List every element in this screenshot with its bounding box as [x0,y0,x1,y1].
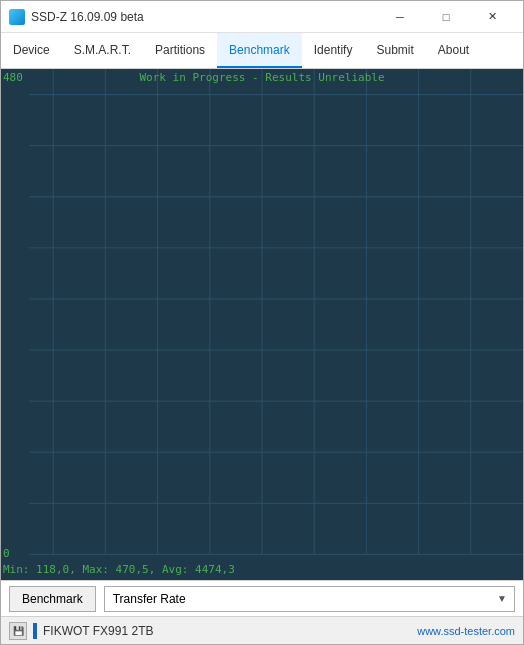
menu-item-partitions[interactable]: Partitions [143,33,217,68]
transfer-type-select[interactable]: Transfer Rate Random Read Random Write [104,586,515,612]
status-icon: 💾 [9,622,27,640]
chart-stats: Min: 118,0, Max: 470,5, Avg: 4474,3 [3,563,235,576]
main-content: 480 Work in Progress - Results Unreliabl… [1,69,523,580]
website-label: www.ssd-tester.com [417,625,515,637]
menu-item-submit[interactable]: Submit [364,33,425,68]
title-bar: SSD-Z 16.09.09 beta ─ □ ✕ [1,1,523,33]
menu-bar: Device S.M.A.R.T. Partitions Benchmark I… [1,33,523,69]
window-controls: ─ □ ✕ [377,1,515,33]
bottom-bar: Benchmark Transfer Rate Random Read Rand… [1,580,523,616]
menu-item-device[interactable]: Device [1,33,62,68]
chart-y-max-label: 480 [3,71,23,84]
chart-y-min-label: 0 [3,547,10,560]
status-bar: 💾 FIKWOT FX991 2TB www.ssd-tester.com [1,616,523,644]
chart-area: 480 Work in Progress - Results Unreliabl… [1,69,523,580]
menu-item-about[interactable]: About [426,33,481,68]
menu-item-identify[interactable]: Identify [302,33,365,68]
drive-name: FIKWOT FX991 2TB [43,624,411,638]
close-button[interactable]: ✕ [469,1,515,33]
minimize-button[interactable]: ─ [377,1,423,33]
maximize-button[interactable]: □ [423,1,469,33]
dropdown-wrapper: Transfer Rate Random Read Random Write ▼ [104,586,515,612]
app-icon [9,9,25,25]
drive-indicator [33,623,37,639]
main-window: SSD-Z 16.09.09 beta ─ □ ✕ Device S.M.A.R… [0,0,524,645]
menu-item-benchmark[interactable]: Benchmark [217,33,302,68]
chart-grid [1,69,523,580]
chart-title: Work in Progress - Results Unreliable [139,71,384,84]
benchmark-button[interactable]: Benchmark [9,586,96,612]
window-title: SSD-Z 16.09.09 beta [31,10,377,24]
menu-item-smart[interactable]: S.M.A.R.T. [62,33,143,68]
